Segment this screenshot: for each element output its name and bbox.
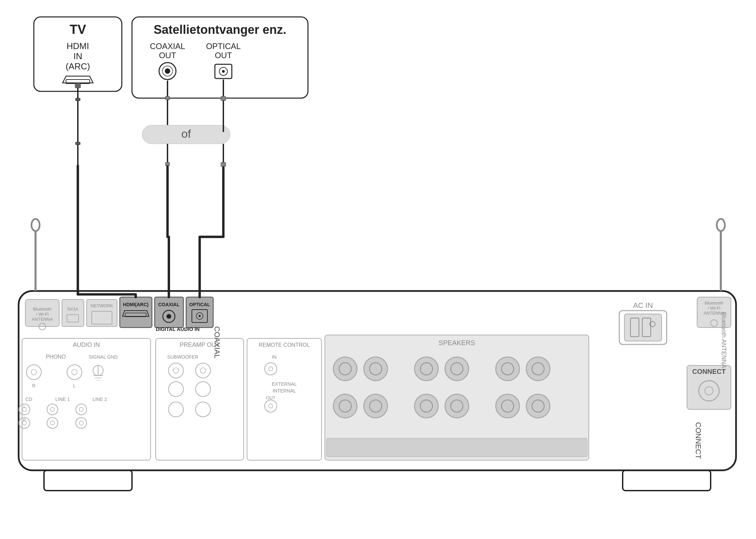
svg-text:CD: CD: [25, 397, 32, 402]
svg-point-122: [364, 357, 387, 381]
svg-text:ANTENNA: ANTENNA: [32, 317, 53, 322]
svg-text:DIGITAL AUDIO IN: DIGITAL AUDIO IN: [156, 326, 200, 332]
svg-text:/ Wi-Fi: / Wi-Fi: [708, 306, 720, 311]
diagram-container: TV HDMI IN (ARC) Satellietontvanger enz.…: [0, 0, 756, 539]
svg-text:INTERNAL: INTERNAL: [272, 388, 296, 394]
svg-rect-33: [221, 162, 226, 166]
svg-point-16: [222, 70, 225, 73]
coaxial-rotated-label: COAXIAL: [213, 326, 221, 358]
svg-point-91: [76, 404, 87, 415]
svg-text:HDMI: HDMI: [67, 41, 89, 51]
svg-text:OPTICAL: OPTICAL: [206, 42, 241, 51]
svg-rect-30: [221, 96, 226, 100]
svg-point-120: [333, 357, 357, 381]
svg-text:SPEAKERS: SPEAKERS: [439, 339, 475, 346]
svg-point-63: [199, 315, 201, 317]
svg-point-87: [47, 404, 58, 415]
svg-rect-36: [623, 470, 711, 491]
svg-point-10: [165, 68, 170, 74]
svg-point-100: [169, 363, 183, 378]
svg-point-130: [526, 357, 550, 381]
svg-point-136: [415, 394, 438, 418]
svg-point-107: [196, 402, 210, 417]
svg-text:AUDIO IN: AUDIO IN: [73, 341, 100, 348]
svg-point-134: [364, 394, 387, 418]
svg-point-117: [269, 404, 273, 408]
svg-point-140: [496, 394, 519, 418]
svg-text:NETWORK: NETWORK: [91, 303, 113, 308]
svg-text:Bluetooth: Bluetooth: [33, 307, 52, 312]
svg-point-116: [265, 400, 277, 412]
tv-label: TV: [70, 22, 86, 37]
svg-point-89: [47, 418, 58, 428]
svg-point-105: [196, 382, 210, 397]
svg-text:OUT: OUT: [159, 51, 176, 60]
svg-text:REMOTE CONTROL: REMOTE CONTROL: [259, 342, 310, 348]
svg-text:of: of: [181, 127, 191, 140]
svg-point-90: [50, 421, 54, 425]
svg-rect-18: [75, 98, 80, 101]
svg-point-111: [265, 363, 277, 375]
svg-point-58: [166, 314, 171, 319]
svg-text:R: R: [32, 383, 36, 388]
svg-point-103: [200, 368, 206, 373]
svg-text:COAXIAL: COAXIAL: [150, 42, 185, 51]
svg-point-94: [79, 421, 83, 425]
svg-text:SIGNAL GND: SIGNAL GND: [89, 354, 118, 360]
svg-point-69: [31, 369, 37, 375]
svg-text:CONNECT: CONNECT: [692, 368, 726, 375]
svg-point-124: [415, 357, 438, 381]
svg-text:OPTICAL: OPTICAL: [189, 302, 210, 307]
svg-rect-35: [44, 470, 132, 491]
svg-text:/ Wi-Fi: / Wi-Fi: [36, 312, 49, 317]
svg-point-138: [445, 394, 469, 418]
svg-rect-65: [22, 338, 151, 460]
connect-rotated-label: CONNECT: [694, 422, 703, 459]
svg-text:COAXIAL: COAXIAL: [158, 302, 180, 307]
svg-rect-144: [327, 438, 587, 457]
svg-point-72: [72, 369, 77, 375]
bluetooth-antenna-right-label: Bluetooth ANTENNA: [720, 312, 727, 368]
svg-text:L: L: [73, 383, 76, 388]
svg-text:OUT: OUT: [215, 51, 232, 60]
svg-point-106: [169, 402, 183, 417]
svg-text:EXTERNAL: EXTERNAL: [272, 381, 297, 387]
svg-text:Bluetooth: Bluetooth: [705, 300, 724, 306]
svg-rect-20: [75, 142, 80, 145]
svg-text:(ARC): (ARC): [66, 61, 90, 71]
svg-text:LINE 2: LINE 2: [93, 397, 107, 402]
svg-text:IN: IN: [73, 51, 82, 61]
svg-point-88: [50, 407, 54, 411]
svg-text:L: L: [23, 404, 25, 408]
svg-point-101: [173, 368, 179, 373]
svg-point-102: [196, 363, 210, 378]
svg-rect-108: [247, 338, 321, 460]
svg-point-93: [76, 418, 87, 428]
svg-point-142: [526, 394, 550, 418]
svg-text:5V/1A: 5V/1A: [67, 307, 79, 312]
svg-text:R: R: [23, 418, 26, 422]
svg-text:PHONO: PHONO: [46, 354, 66, 360]
svg-text:SUBWOOFER: SUBWOOFER: [167, 354, 198, 360]
svg-rect-160: [75, 83, 81, 88]
svg-text:Satellietontvanger enz.: Satellietontvanger enz.: [154, 23, 286, 37]
svg-point-68: [26, 365, 41, 380]
svg-point-71: [67, 365, 82, 380]
svg-text:HDMI(ARC): HDMI(ARC): [123, 302, 148, 307]
svg-text:OUT: OUT: [266, 395, 275, 400]
svg-point-112: [269, 367, 273, 371]
svg-point-40: [717, 219, 725, 231]
svg-text:AC IN: AC IN: [633, 301, 653, 310]
svg-point-92: [79, 407, 83, 411]
svg-point-128: [496, 357, 519, 381]
svg-point-126: [445, 357, 469, 381]
svg-text:IN: IN: [272, 354, 276, 360]
svg-text:LINE 1: LINE 1: [55, 397, 70, 402]
svg-point-104: [169, 382, 183, 397]
svg-rect-23: [165, 96, 170, 100]
svg-point-132: [333, 394, 357, 418]
svg-point-38: [31, 219, 40, 231]
